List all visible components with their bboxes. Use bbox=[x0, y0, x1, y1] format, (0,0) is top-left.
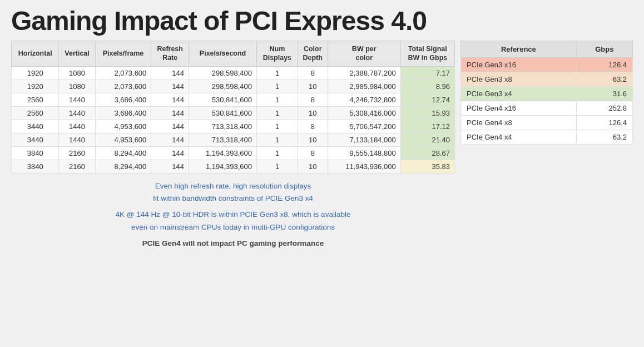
cell-refresh: 144 bbox=[151, 80, 189, 93]
cell-refresh: 144 bbox=[151, 106, 189, 120]
main-content: Horizontal Vertical Pixels/frame Refresh… bbox=[11, 41, 633, 260]
col-bw-color: BW percolor bbox=[328, 41, 400, 67]
cell-bw-color: 2,985,984,000 bbox=[328, 80, 400, 93]
table-row: 2560 1440 3,686,400 144 530,841,600 1 10… bbox=[12, 106, 455, 120]
cell-color-depth: 10 bbox=[298, 133, 328, 146]
cell-horizontal: 2560 bbox=[12, 106, 59, 120]
cell-horizontal: 1920 bbox=[12, 66, 59, 80]
col-total-bw: Total SignalBW in Gbps bbox=[400, 41, 454, 67]
cell-pixels-frame: 2,073,600 bbox=[95, 66, 151, 80]
cell-num-displays: 1 bbox=[257, 160, 298, 173]
cell-pixels-sec: 713,318,400 bbox=[189, 133, 257, 146]
ref-label: PCIe Gen4 x8 bbox=[461, 116, 577, 130]
cell-pixels-sec: 530,841,600 bbox=[189, 106, 257, 120]
cell-color-depth: 8 bbox=[298, 93, 328, 106]
ref-table-row: PCIe Gen4 x8 126.4 bbox=[461, 116, 633, 130]
cell-bw-color: 7,133,184,000 bbox=[328, 133, 400, 146]
cell-refresh: 144 bbox=[151, 160, 189, 173]
note-line1: Even high refresh rate, high resolution … bbox=[22, 180, 444, 206]
cell-total-bw: 35.83 bbox=[400, 160, 454, 173]
note-line5-text: PCIE Gen4 will not impact PC gaming perf… bbox=[142, 239, 324, 247]
cell-pixels-sec: 1,194,393,600 bbox=[189, 146, 257, 160]
cell-color-depth: 8 bbox=[298, 66, 328, 80]
cell-pixels-sec: 1,194,393,600 bbox=[189, 160, 257, 173]
table-row: 3440 1440 4,953,600 144 713,318,400 1 8 … bbox=[12, 120, 455, 133]
cell-color-depth: 10 bbox=[298, 80, 328, 93]
ref-value: 31.6 bbox=[576, 87, 632, 101]
cell-pixels-frame: 8,294,400 bbox=[95, 146, 151, 160]
table-row: 3840 2160 8,294,400 144 1,194,393,600 1 … bbox=[12, 146, 455, 160]
cell-refresh: 144 bbox=[151, 93, 189, 106]
cell-total-bw: 28.67 bbox=[400, 146, 454, 160]
cell-total-bw: 15.93 bbox=[400, 106, 454, 120]
cell-bw-color: 9,555,148,800 bbox=[328, 146, 400, 160]
cell-pixels-frame: 4,953,600 bbox=[95, 120, 151, 133]
note-line3: 4K @ 144 Hz @ 10-bit HDR is within PCIE … bbox=[22, 209, 444, 234]
cell-horizontal: 3440 bbox=[12, 133, 59, 146]
notes-section: Even high refresh rate, high resolution … bbox=[11, 174, 455, 261]
cell-horizontal: 3840 bbox=[12, 146, 59, 160]
cell-color-depth: 8 bbox=[298, 120, 328, 133]
main-table: Horizontal Vertical Pixels/frame Refresh… bbox=[11, 41, 455, 174]
cell-pixels-sec: 298,598,400 bbox=[189, 80, 257, 93]
col-color-depth: ColorDepth bbox=[298, 41, 328, 67]
right-section: Reference Gbps PCIe Gen3 x16 126.4 PCIe … bbox=[460, 41, 633, 260]
ref-table-row: PCIe Gen3 x8 63.2 bbox=[461, 72, 633, 87]
ref-value: 63.2 bbox=[576, 72, 632, 87]
table-row: 1920 1080 2,073,600 144 298,598,400 1 8 … bbox=[12, 66, 455, 80]
page-container: Gaming Impact of PCI Express 4.0 Horizon… bbox=[0, 0, 644, 266]
cell-horizontal: 3440 bbox=[12, 120, 59, 133]
cell-refresh: 144 bbox=[151, 66, 189, 80]
ref-col-label: Reference bbox=[461, 41, 577, 58]
ref-label: PCIe Gen3 x4 bbox=[461, 87, 577, 101]
page-title: Gaming Impact of PCI Express 4.0 bbox=[11, 6, 633, 36]
cell-total-bw: 12.74 bbox=[400, 93, 454, 106]
cell-color-depth: 8 bbox=[298, 146, 328, 160]
ref-label: PCIe Gen4 x16 bbox=[461, 101, 577, 116]
col-pixels-frame: Pixels/frame bbox=[95, 41, 151, 67]
cell-vertical: 2160 bbox=[59, 146, 95, 160]
note-line1-text: Even high refresh rate, high resolution … bbox=[155, 182, 311, 190]
cell-horizontal: 1920 bbox=[12, 80, 59, 93]
cell-pixels-sec: 530,841,600 bbox=[189, 93, 257, 106]
ref-header-row: Reference Gbps bbox=[461, 41, 633, 58]
ref-label: PCIe Gen4 x4 bbox=[461, 130, 577, 145]
ref-table-row: PCIe Gen3 x4 31.6 bbox=[461, 87, 633, 101]
ref-table-row: PCIe Gen3 x16 126.4 bbox=[461, 58, 633, 72]
cell-horizontal: 3840 bbox=[12, 160, 59, 173]
cell-vertical: 1440 bbox=[59, 133, 95, 146]
cell-num-displays: 1 bbox=[257, 133, 298, 146]
note-line5: PCIE Gen4 will not impact PC gaming perf… bbox=[22, 237, 444, 250]
cell-refresh: 144 bbox=[151, 120, 189, 133]
cell-vertical: 1440 bbox=[59, 120, 95, 133]
cell-bw-color: 5,706,547,200 bbox=[328, 120, 400, 133]
table-row: 2560 1440 3,686,400 144 530,841,600 1 8 … bbox=[12, 93, 455, 106]
cell-pixels-frame: 8,294,400 bbox=[95, 160, 151, 173]
note-line4-text: even on mainstream CPUs today in multi-G… bbox=[131, 223, 335, 231]
cell-total-bw: 8.96 bbox=[400, 80, 454, 93]
cell-total-bw: 17.12 bbox=[400, 120, 454, 133]
cell-num-displays: 1 bbox=[257, 106, 298, 120]
table-row: 3440 1440 4,953,600 144 713,318,400 1 10… bbox=[12, 133, 455, 146]
ref-table-row: PCIe Gen4 x16 252.8 bbox=[461, 101, 633, 116]
cell-refresh: 144 bbox=[151, 133, 189, 146]
cell-vertical: 1080 bbox=[59, 80, 95, 93]
col-vertical: Vertical bbox=[59, 41, 95, 67]
cell-horizontal: 2560 bbox=[12, 93, 59, 106]
col-pixels-second: Pixels/second bbox=[189, 41, 257, 67]
note-line3-text: 4K @ 144 Hz @ 10-bit HDR is within PCIE … bbox=[116, 210, 351, 219]
cell-pixels-frame: 2,073,600 bbox=[95, 80, 151, 93]
cell-total-bw: 21.40 bbox=[400, 133, 454, 146]
col-num-displays: NumDisplays bbox=[257, 41, 298, 67]
cell-bw-color: 11,943,936,000 bbox=[328, 160, 400, 173]
cell-num-displays: 1 bbox=[257, 146, 298, 160]
cell-num-displays: 1 bbox=[257, 66, 298, 80]
cell-bw-color: 4,246,732,800 bbox=[328, 93, 400, 106]
cell-num-displays: 1 bbox=[257, 120, 298, 133]
cell-pixels-frame: 4,953,600 bbox=[95, 133, 151, 146]
cell-total-bw: 7.17 bbox=[400, 66, 454, 80]
cell-pixels-sec: 713,318,400 bbox=[189, 120, 257, 133]
cell-refresh: 144 bbox=[151, 146, 189, 160]
ref-col-gbps: Gbps bbox=[576, 41, 632, 58]
cell-num-displays: 1 bbox=[257, 93, 298, 106]
